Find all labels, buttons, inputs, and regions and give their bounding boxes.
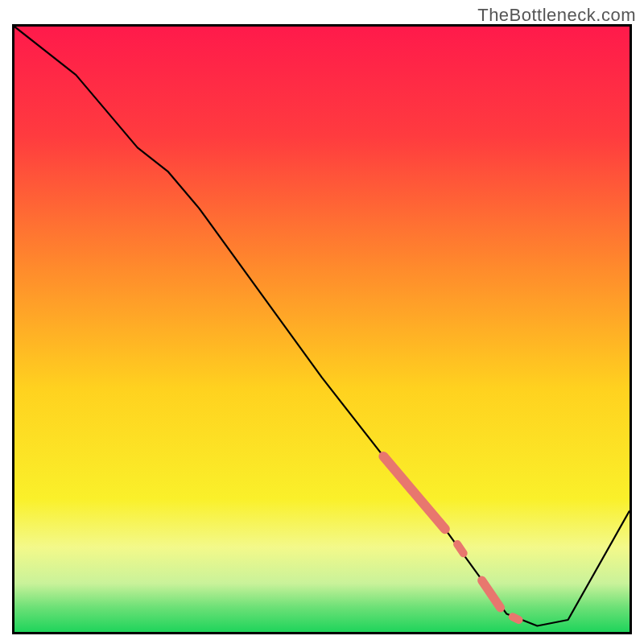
chart-background	[14, 27, 630, 632]
chart-canvas	[12, 24, 632, 634]
chart-svg	[14, 27, 630, 632]
highlight-segment	[457, 544, 464, 553]
site-watermark: TheBottleneck.com	[477, 5, 636, 26]
highlight-segment	[513, 617, 519, 620]
